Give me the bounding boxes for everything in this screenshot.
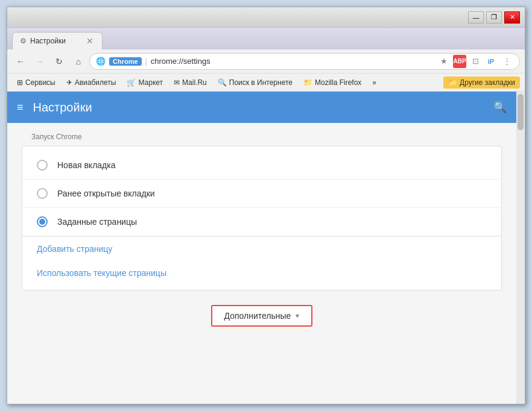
tab-bar: ⚙ Настройки ✕	[7, 28, 525, 49]
forward-button[interactable]: →	[31, 53, 48, 70]
flights-icon: ✈	[66, 78, 72, 87]
bookmark-services[interactable]: ⊞ Сервисы	[12, 77, 60, 89]
use-current-pages-link[interactable]: Использовать текущие страницы	[22, 261, 501, 285]
folder-icon: 📁	[448, 78, 457, 87]
minimize-button[interactable]: —	[468, 11, 484, 24]
bookmark-others-label: Другие закладки	[460, 78, 515, 87]
radio-circle-specific-pages	[37, 216, 48, 227]
startup-options-card: Новая вкладка Ранее открытые вкладки Зад…	[22, 146, 502, 290]
address-bar[interactable]: 🌐 Chrome | chrome://settings ★ ABP ⊡ iP …	[89, 53, 520, 70]
market-icon: 🛒	[127, 78, 136, 87]
bookmark-flights-label: Авиабилеты	[75, 78, 116, 87]
close-button[interactable]: ✕	[504, 11, 520, 24]
settings-search-icon[interactable]: 🔍	[493, 101, 507, 114]
bookmark-search[interactable]: 🔍 Поиск в Интернете	[213, 77, 297, 89]
scrollbar-thumb[interactable]	[518, 94, 524, 130]
settings-page-title: Настройки	[33, 101, 92, 115]
settings-header: ≡ Настройки 🔍	[7, 92, 516, 123]
bookmark-market-label: Маркет	[138, 78, 163, 87]
bookmark-mailru[interactable]: ✉ Mail.Ru	[169, 77, 212, 89]
services-icon: ⊞	[17, 78, 23, 87]
browser-window: — ❐ ✕ ⚙ Настройки ✕ ← → ↻ ⌂ 🌐 Chrome | c…	[7, 7, 525, 404]
radio-circle-previous-tabs	[37, 188, 48, 199]
bookmarks-more-button[interactable]: »	[367, 77, 381, 89]
advanced-button-label: Дополнительные	[224, 311, 291, 321]
scrollbar-track[interactable]	[516, 92, 525, 404]
extension1-icon[interactable]: ⊡	[469, 55, 482, 68]
home-button[interactable]: ⌂	[70, 53, 87, 70]
globe-icon: 🌐	[96, 57, 106, 66]
bookmark-mailru-label: Mail.Ru	[182, 78, 207, 87]
advanced-button[interactable]: Дополнительные ▾	[211, 305, 313, 327]
bookmark-services-label: Сервисы	[25, 78, 55, 87]
bookmark-others[interactable]: 📁 Другие закладки	[443, 77, 520, 89]
address-actions: ★ ABP ⊡ iP ⋮	[437, 55, 513, 68]
radio-new-tab-label: Новая вкладка	[57, 160, 116, 170]
links-section: Добавить страницу Использовать текущие с…	[22, 236, 501, 285]
settings-tab-icon: ⚙	[20, 37, 27, 45]
radio-circle-new-tab	[37, 160, 48, 171]
radio-specific-pages[interactable]: Заданные страницы	[22, 208, 501, 236]
hamburger-menu-icon[interactable]: ≡	[17, 101, 24, 114]
settings-main: ≡ Настройки 🔍 Запуск Chrome Новая вкладк…	[7, 92, 516, 404]
address-separator: |	[145, 57, 147, 66]
advanced-section: Дополнительные ▾	[7, 290, 516, 341]
adblock-icon[interactable]: ABP	[453, 55, 466, 68]
radio-specific-pages-label: Заданные страницы	[57, 217, 137, 227]
bookmark-search-label: Поиск в Интернете	[229, 78, 293, 87]
back-button[interactable]: ←	[12, 53, 29, 70]
bookmark-firefox-label: Mozilla Firefox	[315, 78, 361, 87]
settings-tab[interactable]: ⚙ Настройки ✕	[12, 32, 103, 49]
bookmark-market[interactable]: 🛒 Маркет	[122, 77, 168, 89]
title-bar: — ❐ ✕	[7, 7, 525, 28]
firefox-folder-icon: 📁	[303, 78, 312, 87]
chrome-brand-badge: Chrome	[109, 57, 142, 66]
maximize-button[interactable]: ❐	[486, 11, 502, 24]
search-bookmark-icon: 🔍	[218, 78, 227, 87]
radio-previous-tabs-label: Ранее открытые вкладки	[57, 189, 155, 198]
settings-tab-label: Настройки	[30, 37, 66, 45]
more-options-icon[interactable]: ⋮	[500, 55, 513, 68]
content-area: ≡ Настройки 🔍 Запуск Chrome Новая вкладк…	[7, 92, 525, 404]
tab-close-button[interactable]: ✕	[85, 36, 95, 46]
nav-bar: ← → ↻ ⌂ 🌐 Chrome | chrome://settings ★ A…	[7, 49, 525, 74]
chevron-down-icon: ▾	[296, 312, 299, 320]
bookmark-star-icon[interactable]: ★	[437, 55, 451, 68]
radio-previous-tabs[interactable]: Ранее открытые вкладки	[22, 180, 501, 208]
bookmark-firefox[interactable]: 📁 Mozilla Firefox	[299, 77, 366, 89]
settings-body: Запуск Chrome Новая вкладка Ранее открыт…	[7, 123, 516, 404]
reload-button[interactable]: ↻	[51, 53, 68, 70]
bookmarks-bar: ⊞ Сервисы ✈ Авиабилеты 🛒 Маркет ✉ Mail.R…	[7, 74, 525, 92]
bookmark-flights[interactable]: ✈ Авиабилеты	[62, 77, 121, 89]
window-controls: — ❐ ✕	[468, 11, 520, 24]
radio-new-tab[interactable]: Новая вкладка	[22, 151, 501, 180]
mailru-icon: ✉	[174, 78, 180, 87]
address-url-text: chrome://settings	[151, 57, 434, 66]
extension2-icon[interactable]: iP	[484, 55, 498, 68]
add-page-link[interactable]: Добавить страницу	[22, 237, 501, 261]
section-label: Запуск Chrome	[7, 123, 516, 146]
